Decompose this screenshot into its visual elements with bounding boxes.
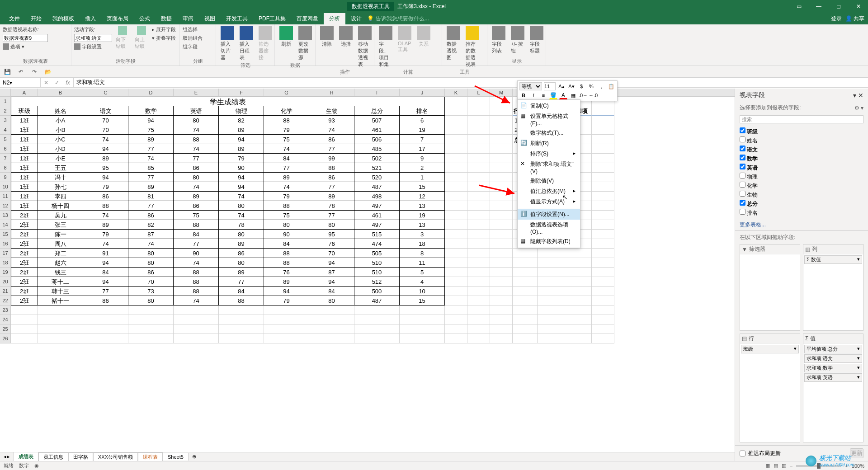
field-checkbox[interactable] [740,136,745,142]
cell[interactable] [490,182,513,192]
cell[interactable]: 80 [264,220,309,230]
tab-file[interactable]: 文件 [4,13,25,24]
row-header[interactable]: 9 [0,173,11,182]
active-field-input[interactable] [74,34,112,42]
cell[interactable]: 2班 [11,277,38,287]
cell[interactable]: 80 [309,220,354,230]
field-checkbox-row[interactable]: 排名 [740,208,863,217]
row-header[interactable]: 23 [0,306,11,315]
cell[interactable] [83,306,128,315]
tab-review[interactable]: 审阅 [177,13,199,24]
ctx-show-values-as[interactable]: 值显示方式(A)▸ [518,197,580,207]
ctx-copy[interactable]: 📄复制(C) [518,101,580,111]
cell[interactable]: 1班 [11,173,38,182]
cell[interactable] [592,211,614,220]
cell[interactable] [467,135,490,144]
cell[interactable] [467,315,490,324]
row-header[interactable]: 10 [0,182,11,192]
cell[interactable] [592,258,614,268]
cell[interactable] [11,334,38,343]
row-header[interactable]: 18 [0,258,11,268]
field-checkbox-row[interactable]: 化学 [740,181,863,190]
sheet-tab[interactable]: 成绩表 [14,452,38,462]
cell[interactable]: 84 [264,239,309,249]
cell[interactable] [513,315,538,324]
cell[interactable] [264,324,309,334]
cell[interactable] [490,220,513,230]
cell[interactable]: 79 [219,154,264,163]
field-checkbox-row[interactable]: 物理 [740,172,863,181]
cell[interactable]: 74 [219,211,264,220]
cell[interactable]: 94 [219,182,264,192]
normal-view-icon[interactable]: ▦ [765,463,770,469]
column-header[interactable]: M [490,89,513,96]
cell[interactable] [309,334,354,343]
cell[interactable] [592,201,614,211]
cell[interactable] [445,154,467,163]
cell[interactable]: 497 [354,220,400,230]
cell[interactable]: 70 [83,125,128,135]
cell[interactable] [445,173,467,182]
comma-format-icon[interactable]: , [597,82,605,90]
cell[interactable]: 84 [219,287,264,296]
cell[interactable]: 474 [354,239,400,249]
cell[interactable] [219,324,264,334]
cell[interactable] [513,258,538,268]
cell[interactable] [490,106,513,116]
cell[interactable]: 461 [354,211,400,220]
cell[interactable]: 蒋十二 [38,277,83,287]
cell[interactable]: 88 [264,116,309,125]
cell[interactable]: 84 [264,154,309,163]
cell[interactable]: 74 [174,144,219,154]
redo-icon[interactable]: ↷ [30,67,39,76]
cell[interactable] [513,249,538,258]
cell[interactable] [445,268,467,277]
cell[interactable]: 88 [264,249,309,258]
cell[interactable] [128,315,174,324]
cell[interactable]: 79 [264,125,309,135]
cell[interactable] [467,144,490,154]
cell[interactable]: 94 [83,144,128,154]
row-header[interactable]: 3 [0,116,11,125]
cell[interactable]: 89 [264,277,309,287]
ctx-format-cells[interactable]: ▦设置单元格格式(F)... [518,111,580,128]
cell[interactable]: 77 [128,201,174,211]
area-item[interactable]: 求和项:英语▾ [804,373,862,382]
borders-icon[interactable]: ▦ [569,91,577,99]
cell[interactable] [569,334,592,343]
cell[interactable] [467,249,490,258]
cell[interactable] [538,258,569,268]
cell[interactable] [569,277,592,287]
cancel-icon[interactable]: ✕ [41,78,52,87]
cell[interactable]: 70 [128,277,174,287]
cell[interactable] [467,230,490,239]
cell[interactable] [309,324,354,334]
cell[interactable]: 12 [400,192,445,201]
cell[interactable]: 510 [354,258,400,268]
cell[interactable]: 89 [219,239,264,249]
ctx-remove-field[interactable]: ✕删除"求和项:语文"(V) [518,159,580,176]
cell[interactable]: 86 [83,192,128,201]
format-painter-icon[interactable]: 📋 [607,82,615,90]
area-item[interactable]: Σ 数值▾ [804,255,862,264]
cell[interactable]: 77 [128,144,174,154]
cell[interactable]: 13 [400,220,445,230]
cell[interactable]: 9 [400,154,445,163]
cell[interactable] [445,220,467,230]
cell[interactable]: 郑二 [38,249,83,258]
cell[interactable]: 陈一 [38,230,83,239]
row-header[interactable]: 19 [0,268,11,277]
field-checkbox[interactable] [740,146,745,151]
cell[interactable]: 姓名 [38,106,83,116]
cell[interactable]: 1班 [11,116,38,125]
cell[interactable]: 2班 [11,258,38,268]
cell[interactable] [490,192,513,201]
cell[interactable] [592,220,614,230]
cell[interactable]: 77 [174,239,219,249]
column-header[interactable]: L [467,89,490,96]
row-header[interactable]: 20 [0,277,11,287]
cell[interactable] [38,324,83,334]
cell[interactable]: 88 [83,201,128,211]
field-list-button[interactable]: 字段列表 [490,25,507,55]
cell[interactable]: 94 [264,287,309,296]
